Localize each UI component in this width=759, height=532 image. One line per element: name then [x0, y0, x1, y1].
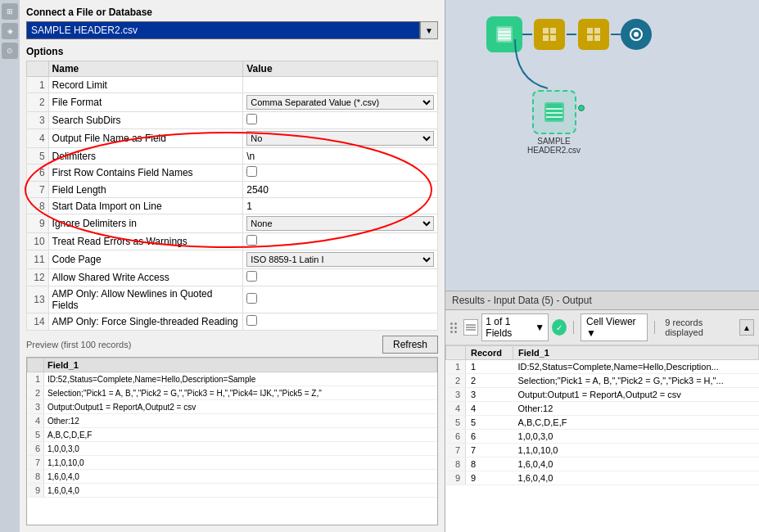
left-panel: Connect a File or Database ▼ Options Nam…	[20, 0, 445, 532]
search-subdirs-checkbox[interactable]	[246, 114, 257, 124]
sidebar-icon-3[interactable]: ⊙	[2, 43, 18, 59]
preview-row: 3Output:Output1 = ReportA,Output2 = csv	[28, 400, 437, 414]
connect-title: Connect a File or Database	[26, 7, 438, 18]
file-dropdown-btn[interactable]: ▼	[420, 21, 438, 39]
results-row-field: Other:12	[513, 402, 759, 416]
code-page-select[interactable]: ISO 8859-1 Latin I	[246, 252, 434, 267]
col-value: Value	[243, 61, 438, 77]
refresh-button[interactable]: Refresh	[382, 336, 438, 354]
results-row: 33Output:Output1 = ReportA,Output2 = csv	[446, 388, 759, 402]
grid-lines-icon	[466, 322, 476, 332]
canvas-area: SAMPLE HEADER2.csv	[445, 0, 759, 291]
results-row: 22Selection;"Pick1 = A, B,","Pick2 = G,"…	[446, 374, 759, 388]
option-row-8: 8 Start Data Import on Line 1	[27, 198, 438, 214]
results-row: 55A,B,C,D,E,F	[446, 416, 759, 430]
file-format-select[interactable]: Comma Separated Value (*.csv)	[246, 95, 434, 110]
results-table-container: Record Field_1 11ID:52,Status=Complete,N…	[445, 345, 759, 532]
fields-dropdown[interactable]: 1 of 1 Fields ▼	[481, 313, 549, 341]
toolbar-grid-icon[interactable]	[463, 319, 478, 336]
file-input-row: ▼	[26, 21, 438, 39]
circle-icon	[628, 26, 644, 43]
curved-connector	[507, 31, 572, 97]
preview-row-num: 5	[28, 428, 44, 442]
preview-header: Preview (first 100 records) Refresh	[26, 336, 438, 354]
results-row: 881,6,0,4,0	[446, 458, 759, 471]
preview-col-num	[28, 358, 44, 372]
amp-single-thread-checkbox[interactable]	[246, 315, 257, 326]
option-row-1: 1 Record Limit	[27, 77, 438, 93]
preview-row-value: Selection;"Pick1 = A, B,","Pick2 = G,","…	[44, 386, 437, 400]
preview-row-value: Other:12	[44, 414, 437, 428]
cell-viewer-arrow: ▼	[586, 327, 596, 339]
results-row-record: 5	[466, 416, 513, 430]
option-row-2: 2 File Format Comma Separated Value (*.c…	[27, 93, 438, 112]
option-row-14: 14 AMP Only: Force Single-threaded Readi…	[27, 313, 438, 331]
preview-row: 61,0,0,3,0	[28, 442, 437, 456]
col-num	[27, 61, 49, 77]
cell-viewer-button[interactable]: Cell Viewer ▼	[581, 313, 648, 341]
right-panel: SAMPLE HEADER2.csv Results - Input Data …	[445, 0, 759, 532]
first-row-checkbox[interactable]	[246, 166, 257, 177]
results-row: 991,6,0,4,0	[446, 471, 759, 485]
results-row-num: 6	[446, 430, 466, 444]
preview-table-container: Field_1 1ID:52,Status=Complete,Name=Hell…	[26, 357, 438, 525]
sidebar-icon-1[interactable]: ⊞	[2, 3, 18, 20]
treat-errors-checkbox[interactable]	[246, 235, 257, 246]
fields-dropdown-arrow: ▼	[535, 322, 544, 333]
preview-row: 91,6,0,4,0	[28, 484, 437, 498]
results-col-num	[446, 346, 466, 360]
output-file-name-select[interactable]: No	[246, 131, 434, 146]
results-row-field: ID:52,Status=Complete,Name=Hello,Descrip…	[513, 360, 759, 374]
results-row-num: 7	[446, 444, 466, 458]
toolbar-divider	[573, 321, 574, 334]
preview-row-value: 1,6,0,4,0	[44, 484, 437, 498]
shared-write-checkbox[interactable]	[246, 271, 257, 282]
option-row-9: 9 Ignore Delimiters in None	[27, 214, 438, 233]
sample-label: SAMPLE HEADER2.csv	[527, 137, 581, 155]
preview-row-value: 1,6,0,4,0	[44, 470, 437, 484]
results-col-record: Record	[466, 346, 513, 360]
results-row-record: 3	[466, 388, 513, 402]
results-row: 661,0,0,3,0	[446, 430, 759, 444]
sidebar: ⊞ ◈ ⊙	[0, 0, 20, 532]
results-row-record: 9	[466, 471, 513, 485]
results-col-field1: Field_1	[513, 346, 759, 360]
amp-newlines-checkbox[interactable]	[246, 293, 257, 304]
node-dark	[621, 19, 652, 50]
preview-col-field1: Field_1	[44, 358, 437, 372]
preview-row-value: ID:52,Status=Complete,Name=Hello,Descrip…	[44, 372, 437, 386]
sample-node	[532, 90, 576, 134]
option-row-4: 4 Output File Name as Field No	[27, 129, 438, 148]
preview-row: 2Selection;"Pick1 = A, B,","Pick2 = G,",…	[28, 386, 437, 400]
preview-row: 5A,B,C,D,E,F	[28, 428, 437, 442]
check-icon[interactable]: ✓	[552, 319, 567, 336]
drag-handle	[450, 322, 457, 333]
results-row-field: 1,6,0,4,0	[513, 471, 759, 485]
results-row-field: 1,6,0,4,0	[513, 458, 759, 471]
sidebar-icon-2[interactable]: ◈	[2, 23, 18, 39]
results-table: Record Field_1 11ID:52,Status=Complete,N…	[445, 345, 759, 485]
preview-row-num: 1	[28, 372, 44, 386]
option-row-12: 12 Allow Shared Write Access	[27, 269, 438, 286]
node-connector-dot	[578, 105, 585, 111]
preview-row: 71,1,0,10,0	[28, 456, 437, 470]
options-label: Options	[26, 46, 438, 57]
scroll-up-button[interactable]: ▲	[739, 319, 754, 336]
preview-row: 1ID:52,Status=Complete,Name=Hello,Descri…	[28, 372, 437, 386]
file-input[interactable]	[26, 21, 420, 39]
grid-icon-2	[585, 26, 602, 43]
preview-row: 81,6,0,4,0	[28, 470, 437, 484]
sample-book-icon	[541, 99, 567, 125]
option-row-11: 11 Code Page ISO 8859-1 Latin I	[27, 250, 438, 269]
results-row-record: 7	[466, 444, 513, 458]
svg-rect-10	[587, 28, 593, 34]
svg-rect-11	[594, 28, 600, 34]
preview-row-value: 1,1,0,10,0	[44, 456, 437, 470]
results-row-field: Selection;"Pick1 = A, B,","Pick2 = G,","…	[513, 374, 759, 388]
ignore-delimiters-select[interactable]: None	[246, 216, 434, 231]
results-row-record: 1	[466, 360, 513, 374]
results-row-num: 5	[446, 416, 466, 430]
results-row-num: 8	[446, 458, 466, 471]
preview-row-num: 7	[28, 456, 44, 470]
option-row-6: 6 First Row Contains Field Names	[27, 165, 438, 182]
